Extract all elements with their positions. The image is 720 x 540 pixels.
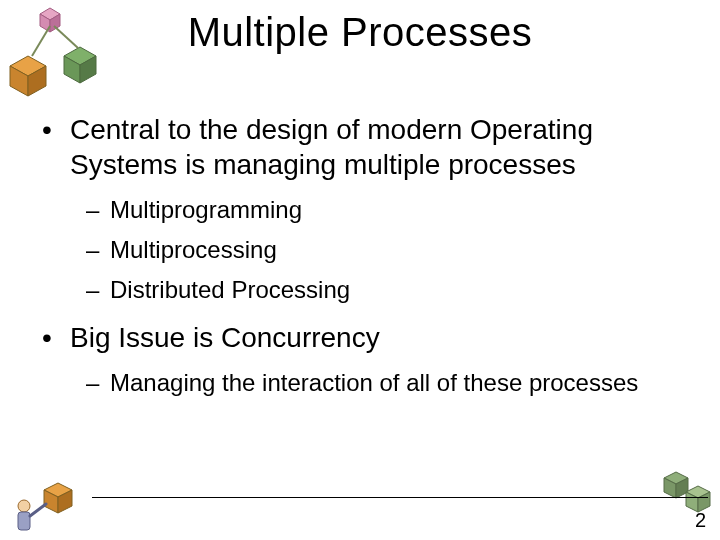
page-number: 2 — [695, 509, 706, 532]
svg-point-14 — [18, 500, 30, 512]
divider-line — [92, 497, 708, 498]
bullet-dot-icon: • — [42, 320, 70, 355]
bullet-level1: • Big Issue is Concurrency — [42, 320, 684, 355]
bullet-text: Big Issue is Concurrency — [70, 320, 684, 355]
slide-title: Multiple Processes — [0, 10, 720, 55]
bullet-text: Multiprogramming — [110, 192, 684, 228]
bullet-level2: – Multiprogramming — [86, 192, 684, 228]
dash-icon: – — [86, 192, 110, 228]
bullet-text: Central to the design of modern Operatin… — [70, 112, 684, 182]
dash-icon: – — [86, 272, 110, 308]
slide-body: • Central to the design of modern Operat… — [42, 112, 684, 405]
bullet-level1: • Central to the design of modern Operat… — [42, 112, 684, 182]
decorative-cubes-bottom-right-icon — [662, 468, 714, 514]
svg-rect-15 — [18, 512, 30, 530]
bullet-level2: – Distributed Processing — [86, 272, 684, 308]
dash-icon: – — [86, 232, 110, 268]
dash-icon: – — [86, 365, 110, 401]
bullet-level2: – Multiprocessing — [86, 232, 684, 268]
bullet-text: Multiprocessing — [110, 232, 684, 268]
bullet-text: Managing the interaction of all of these… — [110, 365, 684, 401]
slide: Multiple Processes • Central to the desi… — [0, 0, 720, 540]
bullet-text: Distributed Processing — [110, 272, 684, 308]
svg-line-16 — [30, 504, 46, 516]
bullet-level2: – Managing the interaction of all of the… — [86, 365, 684, 401]
bullet-dot-icon: • — [42, 112, 70, 182]
decorative-person-bottom-left-icon — [8, 476, 88, 536]
